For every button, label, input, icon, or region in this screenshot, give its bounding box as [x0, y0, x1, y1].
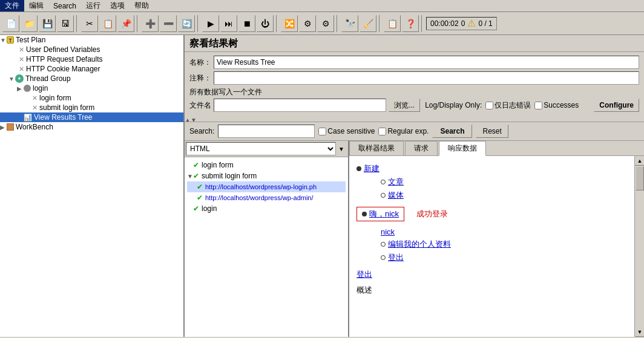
- form-area: 名称： 注释： 所有数据写入一个文件 文件名 浏览... Log/Display…: [185, 52, 644, 118]
- separator5: [337, 15, 339, 32]
- remote-button[interactable]: 🔀: [281, 15, 298, 32]
- result-item-wpadmin[interactable]: ✔ http://localhost/wordpress/wp-admin/: [187, 192, 346, 203]
- search-button[interactable]: Search: [432, 125, 472, 138]
- log-label: Log/Display Only:: [425, 101, 482, 109]
- case-sensitive-checkbox[interactable]: [318, 128, 326, 135]
- regular-exp-label: Regular exp.: [378, 127, 429, 135]
- result-label-wplogin: http://localhost/wordpress/wp-login.ph: [205, 183, 317, 190]
- broom-button[interactable]: 🧹: [360, 15, 376, 32]
- separator: [76, 15, 79, 32]
- start-button[interactable]: ▶: [202, 15, 219, 32]
- copy-button[interactable]: 📋: [99, 15, 116, 32]
- scroll-thumb[interactable]: [636, 166, 644, 190]
- media-row: 媒体: [381, 190, 627, 201]
- list-button[interactable]: 📋: [384, 15, 401, 32]
- startnopauses-button[interactable]: ⏭: [220, 15, 237, 32]
- menu-run[interactable]: 运行: [81, 0, 105, 11]
- edit-profile-row: 编辑我的个人资料: [381, 239, 627, 250]
- remote3-button[interactable]: ⚙: [317, 15, 334, 32]
- reset-button[interactable]: Reset: [476, 125, 508, 138]
- successes-checkbox[interactable]: [534, 102, 542, 109]
- tree-item-httpcookie[interactable]: ▶ ✕ HTTP Cookie Manager: [0, 64, 183, 74]
- httpreq-icon: ✕: [19, 56, 24, 63]
- article-bullet: [381, 180, 386, 184]
- shutdown-button[interactable]: ⏻: [257, 15, 274, 32]
- file-row: 文件名 浏览... Log/Display Only: 仅日志错误 Succes…: [189, 99, 639, 112]
- result-items: ✔ login form ▼ ✔ submit login form ✔ htt…: [185, 157, 348, 337]
- menu-edit[interactable]: 编辑: [24, 0, 48, 11]
- nick-link[interactable]: nick: [381, 227, 395, 236]
- paste-button[interactable]: 📌: [117, 15, 134, 32]
- menu-search[interactable]: Search: [48, 0, 81, 11]
- overview-label: 概述: [356, 285, 372, 294]
- result-item-login2[interactable]: ✔ login: [187, 203, 346, 214]
- expand-arrow-submit: ▼: [187, 173, 193, 180]
- result-item-wplogin[interactable]: ✔ http://localhost/wordpress/wp-login.ph: [187, 181, 346, 192]
- media-link[interactable]: 媒体: [388, 190, 404, 201]
- tree-item-workbench[interactable]: ▶ WorkBench: [0, 122, 183, 132]
- toggle-button[interactable]: 🔄: [178, 15, 195, 32]
- stop-button[interactable]: ⏹: [238, 15, 255, 32]
- saveas-button[interactable]: 🖫: [57, 15, 74, 32]
- tree-item-submitloginform[interactable]: ▶ ✕ submit login form: [0, 103, 183, 112]
- comment-input[interactable]: [214, 71, 639, 85]
- tree-item-login[interactable]: ▶ login: [0, 83, 183, 93]
- left-panel: ▼ T Test Plan ▶ ✕ User Defined Variables…: [0, 35, 185, 337]
- name-input[interactable]: [214, 56, 639, 69]
- loginform-icon: ✕: [32, 94, 38, 102]
- nick-row: 嗨，nick 成功登录: [356, 207, 627, 221]
- scroll-down-button[interactable]: ▼: [635, 327, 644, 337]
- nick-box-link[interactable]: 嗨，nick: [369, 209, 399, 219]
- tree-item-viewresults[interactable]: ▶ 📊 View Results Tree: [0, 112, 183, 122]
- result-item-submitform[interactable]: ▼ ✔ submit login form: [187, 171, 346, 181]
- binoculars-button[interactable]: 🔭: [341, 15, 358, 32]
- open-button[interactable]: 📁: [21, 15, 38, 32]
- tree-item-uservars[interactable]: ▶ ✕ User Defined Variables: [0, 45, 183, 54]
- collapse-button[interactable]: ➖: [160, 15, 177, 32]
- logout-link1[interactable]: 登出: [388, 252, 404, 263]
- tree-item-loginform[interactable]: ▶ ✕ login form: [0, 93, 183, 103]
- scroll-up-button[interactable]: ▲: [635, 156, 644, 166]
- panel-title: 察看结果树: [185, 35, 644, 52]
- menu-help[interactable]: 帮助: [130, 0, 154, 11]
- tab-response-data[interactable]: 响应数据: [439, 141, 486, 156]
- new-link[interactable]: 新建: [364, 163, 380, 174]
- cut-button[interactable]: ✂: [81, 15, 98, 32]
- httpreqdefaults-label: HTTP Request Defaults: [26, 55, 103, 63]
- right-panel: 察看结果树 名称： 注释： 所有数据写入一个文件 文件名 浏览... Log/D…: [185, 35, 644, 337]
- file-input[interactable]: [214, 99, 386, 112]
- separator6: [379, 15, 381, 32]
- log-options: Log/Display Only: 仅日志错误 Successes: [425, 100, 591, 111]
- result-format-dropdown[interactable]: HTML Text JSON XML: [186, 142, 336, 155]
- search-input[interactable]: [218, 125, 315, 138]
- remote2-button[interactable]: ⚙: [299, 15, 316, 32]
- logout-bullet1: [381, 255, 386, 260]
- tabs-row: 取样器结果 请求 响应数据: [349, 141, 644, 156]
- tree-item-threadgroup[interactable]: ▼ ● Thread Group: [0, 74, 183, 83]
- nick-bullet-icon: [362, 212, 367, 216]
- tab-sampler-results[interactable]: 取样器结果: [349, 141, 404, 155]
- menu-file[interactable]: 文件: [0, 0, 24, 11]
- help-button[interactable]: ❓: [402, 15, 419, 32]
- edit-profile-link[interactable]: 编辑我的个人资料: [388, 239, 451, 250]
- new-button[interactable]: 📄: [2, 15, 19, 32]
- log-errors-checkbox[interactable]: [485, 102, 493, 109]
- result-item-loginform[interactable]: ✔ login form: [187, 160, 346, 171]
- tree-item-testplan[interactable]: ▼ T Test Plan: [0, 35, 183, 45]
- dropdown-arrow[interactable]: ▼: [336, 146, 347, 152]
- save-button[interactable]: 💾: [39, 15, 56, 32]
- regular-exp-checkbox[interactable]: [378, 128, 386, 135]
- logout-link2[interactable]: 登出: [356, 270, 372, 279]
- overview-row: 概述: [356, 285, 627, 296]
- article-link[interactable]: 文章: [388, 177, 404, 187]
- tree-item-httpreqdefaults[interactable]: ▶ ✕ HTTP Request Defaults: [0, 54, 183, 64]
- check-icon-login2: ✔: [193, 204, 199, 213]
- expand-icon: ▼: [0, 37, 6, 44]
- menu-options[interactable]: 选项: [105, 0, 130, 11]
- workbench-expand: ▶: [0, 124, 6, 131]
- browse-button[interactable]: 浏览...: [389, 99, 420, 112]
- configure-button[interactable]: Configure: [594, 99, 639, 112]
- tab-request[interactable]: 请求: [405, 141, 438, 155]
- check-icon-submit: ✔: [193, 172, 199, 180]
- expand-button[interactable]: ➕: [142, 15, 159, 32]
